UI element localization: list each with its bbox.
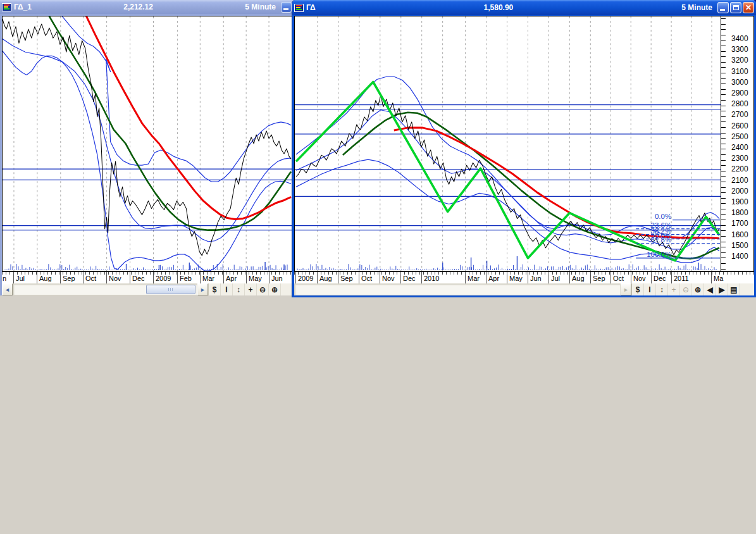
month-separator [421, 272, 422, 283]
prev-chart-tool[interactable]: ◀ [704, 283, 716, 295]
x-axis-month-label: Mar [202, 275, 214, 282]
zoom-out-tool[interactable]: ⊖ [680, 283, 692, 295]
next-chart-tool[interactable]: ▶ [716, 283, 728, 295]
y-axis-price-label: 2400 [731, 143, 748, 152]
close-icon: ✕ [745, 4, 752, 11]
y-axis-price-label: 1800 [731, 208, 748, 217]
month-separator [711, 272, 712, 283]
minimize-button[interactable] [717, 2, 729, 13]
data-window-tool[interactable]: ▤ [728, 283, 740, 295]
x-axis-month-label: Mar [468, 275, 480, 282]
month-separator [223, 272, 224, 283]
month-separator [295, 272, 296, 283]
x-axis-month-label: Sep [593, 275, 605, 282]
y-axis-price-label: 1600 [731, 230, 748, 239]
crosshair-tool[interactable]: I [644, 283, 656, 295]
chart-window-icon [294, 4, 304, 12]
x-axis-month-label: Oct [85, 275, 96, 282]
scrollbar-track[interactable] [13, 283, 197, 295]
axis-tick-marks [721, 18, 726, 271]
month-separator [317, 272, 318, 283]
x-axis-month-label: Jun [530, 275, 542, 282]
x-axis-month-label: Aug [39, 275, 52, 282]
gd1-x-axis[interactable]: nJulAugSepOctNovDec2009FebMarAprMayJun [2, 271, 292, 283]
fib-level-label: 61.8% [651, 236, 672, 244]
gd-scroll-toolbar-row: ► $I↕+⊖⊕◀▶▤ [294, 283, 754, 295]
scale-tool[interactable]: $ [632, 283, 644, 295]
maximize-icon [733, 5, 739, 10]
y-axis-price-label: 3200 [731, 56, 748, 65]
y-axis-price-label: 1700 [731, 219, 748, 228]
month-separator [83, 272, 84, 283]
x-axis-month-label: 2010 [424, 275, 439, 282]
month-separator [671, 272, 672, 283]
vertical-zoom-tool[interactable]: ↕ [656, 283, 668, 295]
month-separator [246, 272, 247, 283]
scroll-right-button[interactable]: ► [621, 283, 631, 295]
minimize-button[interactable] [281, 2, 292, 13]
y-axis-price-label: 2900 [731, 89, 748, 97]
scrollbar-track[interactable] [294, 283, 621, 295]
gd-chart-plot[interactable]: 0.0%23.6%38.2%50.0%61.8%100.0% [294, 16, 721, 271]
minimize-icon [283, 8, 288, 10]
titlebar-gd1[interactable]: ΓΔ_1 2,212.12 5 Minute [0, 0, 294, 14]
month-separator [507, 272, 507, 283]
pan-tool[interactable]: + [668, 283, 680, 295]
y-axis-price-label: 2600 [731, 121, 748, 130]
month-separator [359, 272, 359, 283]
month-separator [631, 272, 631, 283]
gd-x-axis[interactable]: 2009AugSepOctNovDec2010MarAprMayJunJulAu… [294, 271, 754, 283]
x-axis-month-label: Aug [319, 275, 332, 282]
gd-y-axis[interactable]: 3400330032003100300029002800270026002500… [721, 16, 754, 271]
x-axis-month-label: Jul [551, 275, 560, 282]
x-axis-month-label: Ma [714, 275, 723, 282]
close-button[interactable]: ✕ [743, 2, 754, 13]
zoom-in-tool[interactable]: ⊕ [269, 283, 281, 295]
gd1-scroll-toolbar-row: ◄ ► $I↕+⊖⊕ [2, 283, 292, 295]
month-separator [380, 272, 380, 283]
y-axis-price-label: 3300 [731, 45, 748, 54]
zoom-out-tool[interactable]: ⊖ [257, 283, 269, 295]
x-axis-month-label: Feb [180, 275, 192, 282]
window-title: ΓΔ [306, 3, 316, 12]
app-screen: ΓΔ_1 2,212.12 5 Minute nJulAugSepOctNovD… [0, 0, 756, 534]
month-separator [153, 272, 154, 283]
y-axis-price-label: 3400 [731, 34, 748, 43]
scrollbar-thumb[interactable] [146, 285, 195, 294]
last-price-value: 2,212.12 [123, 3, 153, 11]
chart-toolbar: $I↕+⊖⊕ [208, 283, 292, 295]
scale-tool[interactable]: $ [209, 283, 221, 295]
x-axis-month-label: Apr [488, 275, 499, 282]
month-separator [528, 272, 528, 283]
scroll-left-button[interactable]: ◄ [2, 283, 13, 295]
timeframe-label: 5 Minute [681, 3, 712, 12]
month-separator [130, 272, 130, 283]
fib-level-label: 0.0% [655, 213, 671, 220]
maximize-button[interactable] [730, 2, 741, 13]
timeframe-label: 5 Minute [245, 3, 276, 11]
x-axis-month-label: Apr [226, 275, 237, 282]
x-axis-month-label: n [3, 275, 6, 282]
month-separator [13, 272, 14, 283]
titlebar-gd[interactable]: ΓΔ 1,580.90 5 Minute ✕ [292, 0, 756, 15]
vertical-zoom-tool[interactable]: ↕ [233, 283, 245, 295]
y-axis-price-label: 2500 [731, 132, 748, 141]
x-axis-month-label: Jul [16, 275, 25, 282]
fib-level-label: 100.0% [647, 251, 671, 258]
chart-window-icon [2, 3, 11, 11]
scroll-right-button[interactable]: ► [197, 283, 208, 295]
x-axis-month-label: Nov [382, 275, 395, 282]
gd1-chart-plot[interactable] [2, 16, 292, 271]
pan-tool[interactable]: + [245, 283, 257, 295]
zoom-in-tool[interactable]: ⊕ [692, 283, 704, 295]
month-separator [200, 272, 201, 283]
x-axis-month-label: Jun [271, 275, 283, 282]
crosshair-tool[interactable]: I [221, 283, 233, 295]
month-separator [37, 272, 37, 283]
x-axis-month-label: 2009 [298, 275, 313, 282]
y-axis-price-label: 1500 [731, 241, 748, 250]
x-axis-month-label: Sep [340, 275, 353, 282]
month-separator [177, 272, 178, 283]
x-axis-month-label: Dec [132, 275, 145, 282]
y-axis-price-label: 1400 [731, 252, 748, 261]
